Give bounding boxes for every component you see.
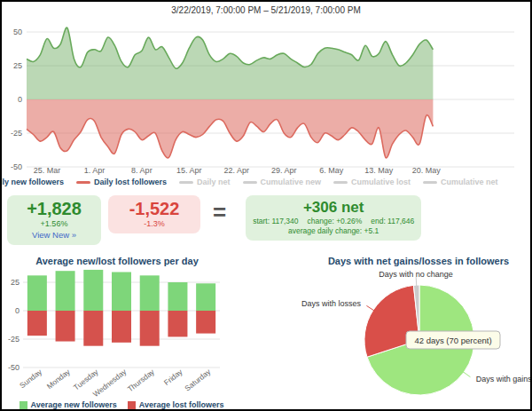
net-detail-line: start: 117,340change: +0.26%end: 117,646 <box>246 217 421 226</box>
svg-text:Thursday: Thursday <box>126 367 157 393</box>
svg-text:-50: -50 <box>8 363 20 372</box>
net-avg-line: average daily change: +5.1 <box>246 226 421 236</box>
legend-item-avg-new[interactable]: Average new followers <box>20 400 117 409</box>
followers-area-chart[interactable]: 50250-25-5025. Mar1. Apr8. Apr15. Apr22.… <box>2 18 532 176</box>
area-chart-legend: Daily new followers Daily lost followers… <box>2 176 530 188</box>
svg-text:50: 50 <box>13 28 22 36</box>
red-dash-icon <box>76 181 90 184</box>
gray-dash-icon <box>333 181 348 184</box>
lost-followers-card: -1,522 -1.3% <box>108 195 200 233</box>
legend-label: Cumulative net <box>441 178 498 186</box>
legend-label: Cumulative new <box>261 178 322 186</box>
legend-label: Daily lost followers <box>94 178 167 186</box>
svg-text:20. May: 20. May <box>412 166 442 175</box>
legend-item-cumulative-new[interactable]: Cumulative new <box>243 178 322 186</box>
bar-chart-title: Average new/lost followers per day <box>2 256 232 269</box>
legend-label: Average new followers <box>31 400 117 409</box>
gray-dash-icon <box>179 181 193 184</box>
svg-text:Days with losses: Days with losses <box>301 299 362 308</box>
gray-dash-icon <box>243 181 257 184</box>
net-followers-card: +306 net start: 117,340change: +0.26%end… <box>246 195 421 241</box>
net-value: +306 net <box>246 199 421 217</box>
equals-sign: = <box>213 201 226 224</box>
green-square-icon <box>20 401 27 409</box>
svg-text:8. Apr: 8. Apr <box>131 166 153 175</box>
lost-value: -1,522 <box>108 199 200 218</box>
svg-text:25: 25 <box>11 278 20 287</box>
net-change: change: +0.26% <box>308 217 363 225</box>
legend-label: Average lost followers <box>139 400 224 409</box>
bottom-charts-row: Average new/lost followers per day 250-2… <box>2 256 530 409</box>
svg-text:0: 0 <box>18 95 22 104</box>
view-new-link[interactable]: View New » <box>7 229 101 241</box>
bar-chart-legend: Average new followers Average lost follo… <box>2 400 241 409</box>
svg-text:6. May: 6. May <box>319 166 344 175</box>
avg-followers-bar-chart[interactable]: 250-25-50SundayMondayTuesdayWednesdayThu… <box>2 269 241 399</box>
pie-chart-panel: Days with net gains/losses in followers … <box>241 256 532 409</box>
lost-percent: -1.3% <box>108 218 200 229</box>
svg-text:0: 0 <box>15 306 20 315</box>
net-start: start: 117,340 <box>253 217 298 225</box>
svg-text:15. Apr: 15. Apr <box>176 166 202 175</box>
bar-chart-panel: Average new/lost followers per day 250-2… <box>2 256 241 409</box>
legend-item-daily-net[interactable]: Daily net <box>179 178 231 186</box>
gained-value: +1,828 <box>7 199 101 218</box>
red-square-icon <box>128 401 136 409</box>
svg-text:Saturday: Saturday <box>183 367 213 392</box>
svg-text:42 days (70 percent): 42 days (70 percent) <box>414 336 491 345</box>
svg-text:-50: -50 <box>11 162 22 171</box>
svg-text:Days with gains: Days with gains <box>476 375 530 383</box>
legend-item-cumulative-lost[interactable]: Cumulative lost <box>333 178 411 186</box>
legend-label: Daily new followers <box>0 178 64 186</box>
summary-row: +1,828 +1.56% View New » -1,522 -1.3% = … <box>2 188 530 245</box>
svg-text:-25: -25 <box>8 335 20 344</box>
net-end: end: 117,646 <box>371 217 414 225</box>
legend-label: Cumulative lost <box>351 178 411 186</box>
svg-text:25: 25 <box>13 61 22 70</box>
svg-text:Monday: Monday <box>45 367 73 391</box>
svg-text:Days with no change: Days with no change <box>379 270 453 279</box>
svg-text:Sunday: Sunday <box>18 367 43 390</box>
svg-text:1. Apr: 1. Apr <box>84 166 106 175</box>
gains-losses-pie-chart[interactable]: Days with gainsDays with lossesDays with… <box>264 269 530 402</box>
svg-text:-25: -25 <box>11 129 22 138</box>
pie-chart-title: Days with net gains/losses in followers <box>286 256 532 269</box>
svg-text:13. May: 13. May <box>364 166 394 175</box>
gray-dash-icon <box>423 181 437 184</box>
svg-text:22. Apr: 22. Apr <box>224 166 250 175</box>
legend-item-cumulative-net[interactable]: Cumulative net <box>423 178 498 186</box>
gained-followers-card: +1,828 +1.56% View New » <box>7 195 101 245</box>
svg-text:Friday: Friday <box>162 367 184 387</box>
legend-item-daily-lost[interactable]: Daily lost followers <box>76 178 167 186</box>
date-range-label: 3/22/2019, 7:00:00 PM – 5/21/2019, 7:00:… <box>2 2 530 18</box>
legend-item-avg-lost[interactable]: Average lost followers <box>128 400 224 409</box>
svg-text:29. Apr: 29. Apr <box>271 166 297 175</box>
legend-label: Daily net <box>197 178 231 186</box>
svg-text:25. Mar: 25. Mar <box>34 166 61 175</box>
legend-item-daily-new[interactable]: Daily new followers <box>0 178 64 186</box>
gained-percent: +1.56% <box>7 218 101 229</box>
